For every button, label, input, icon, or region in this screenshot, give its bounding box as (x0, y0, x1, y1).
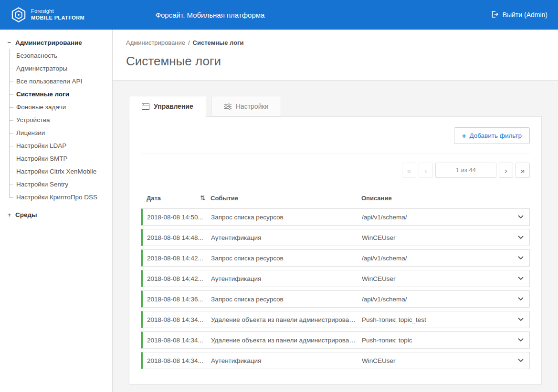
column-header-event: Событие (211, 195, 361, 202)
chevron-down-icon[interactable] (513, 359, 529, 362)
sort-icon[interactable]: ⇅ (200, 194, 206, 202)
chevron-down-icon[interactable] (513, 297, 529, 301)
table-row[interactable]: 2018-08-08 14:42... Аутентификация WinCE… (141, 270, 530, 287)
logo-product: MOBILE PLATFORM (31, 15, 84, 21)
topbar: Foresight MOBILE PLATFORM Форсайт. Мобил… (0, 0, 558, 30)
plus-icon: + (462, 132, 466, 140)
log-rows: 2018-08-08 14:50... Запрос списка ресурс… (141, 208, 530, 369)
log-description: WinCEUser (362, 234, 513, 241)
foresight-logo-icon (11, 6, 27, 23)
log-description: /api/v1/schema/ (362, 296, 513, 303)
sidebar-section-label: Среды (15, 211, 37, 218)
tab-management-label: Управление (154, 103, 193, 110)
expand-icon[interactable]: + (7, 211, 12, 218)
chevron-down-icon[interactable] (513, 277, 529, 280)
sidebar-section-environments[interactable]: + Среды (7, 209, 107, 220)
sidebar-section-administration[interactable]: − Администрирование (7, 37, 107, 48)
tabs: Управление (129, 96, 542, 117)
sidebar-item-sentry-settings[interactable]: Настройки Sentry (9, 178, 107, 191)
logs-card: + Добавить фильтр « ‹ 1 из 44 › » (129, 116, 542, 384)
logout-icon (491, 10, 499, 20)
pagination-first-button[interactable]: « (402, 163, 416, 178)
table-row[interactable]: 2018-08-08 14:42... Запрос списка ресурс… (141, 249, 530, 267)
sidebar-item-background-tasks[interactable]: Фоновые задачи (9, 101, 107, 113)
tab-management[interactable]: Управление (129, 96, 206, 117)
sidebar-tree: Безопасность Администраторы Все пользова… (9, 49, 107, 204)
log-description: WinCEUser (362, 357, 513, 364)
log-event: Запрос списка ресурсов (211, 214, 362, 221)
log-event: Аутентификация (211, 357, 362, 364)
log-event: Запрос списка ресурсов (211, 255, 362, 262)
chevron-down-icon[interactable] (513, 338, 529, 342)
log-date: 2018-08-08 14:36... (147, 296, 211, 303)
sidebar-section-label: Администрирование (15, 39, 82, 46)
log-description: Push-топик: topic (362, 337, 513, 344)
table-row[interactable]: 2018-08-08 14:34... Аутентификация WinCE… (141, 352, 530, 369)
app-window: Foresight MOBILE PLATFORM Форсайт. Мобил… (0, 0, 558, 392)
table-row[interactable]: 2018-08-08 14:34... Удаление объекта из … (141, 311, 530, 328)
content-area: Управление (113, 81, 558, 392)
sidebar-item-security[interactable]: Безопасность (9, 49, 107, 62)
breadcrumb-parent[interactable]: Администрирование (126, 39, 185, 46)
log-description: WinCEUser (362, 275, 513, 282)
log-description: /api/v1/schema/ (362, 255, 513, 262)
pagination: « ‹ 1 из 44 › » (141, 163, 530, 178)
log-date: 2018-08-08 14:34... (147, 357, 211, 364)
table-row[interactable]: 2018-08-08 14:34... Удаление объекта из … (141, 331, 530, 349)
logout-button[interactable]: Выйти (Admin) (491, 10, 547, 20)
chevron-down-icon[interactable] (513, 236, 529, 239)
sidebar-item-licenses[interactable]: Лицензии (9, 126, 107, 139)
pagination-last-button[interactable]: » (516, 163, 530, 178)
add-filter-button[interactable]: + Добавить фильтр (454, 127, 530, 144)
logo-text: Foresight MOBILE PLATFORM (31, 8, 84, 21)
settings-sliders-icon (224, 103, 232, 110)
chevron-down-icon[interactable] (513, 256, 529, 260)
column-header-description: Описание (361, 195, 508, 202)
log-date: 2018-08-08 14:48... (147, 234, 211, 241)
tab-settings-label: Настройки (236, 103, 269, 110)
sidebar-item-system-logs[interactable]: Системные логи (9, 88, 107, 101)
column-header-date[interactable]: Дата (147, 195, 161, 202)
sidebar-item-api-users[interactable]: Все пользователи API (9, 75, 107, 88)
divider (141, 154, 530, 154)
breadcrumb: Администрирование/Системные логи (126, 39, 545, 46)
breadcrumb-separator: / (188, 39, 190, 46)
logo[interactable]: Foresight MOBILE PLATFORM (11, 6, 84, 23)
log-event: Запрос списка ресурсов (211, 296, 362, 303)
table-row[interactable]: 2018-08-08 14:50... Запрос списка ресурс… (141, 208, 530, 226)
sidebar-item-citrix-xenmobile-settings[interactable]: Настройки Citrix XenMobile (9, 165, 107, 178)
sidebar: − Администрирование Безопасность Админис… (0, 30, 113, 392)
chevron-down-icon[interactable] (513, 318, 529, 321)
management-panel-icon (142, 103, 149, 110)
collapse-icon[interactable]: − (7, 39, 12, 46)
pagination-prev-button[interactable]: ‹ (419, 163, 433, 178)
app-title: Форсайт. Мобильная платформа (156, 11, 265, 19)
log-event: Аутентификация (211, 234, 362, 241)
breadcrumb-current: Системные логи (193, 39, 244, 46)
sidebar-item-ldap-settings[interactable]: Настройки LDAP (9, 139, 107, 152)
log-event: Удаление объекта из панели администриров… (211, 337, 362, 344)
table-row[interactable]: 2018-08-08 14:36... Запрос списка ресурс… (141, 290, 530, 308)
log-event: Удаление объекта из панели администриров… (211, 316, 362, 323)
pagination-next-button[interactable]: › (499, 163, 513, 178)
log-date: 2018-08-08 14:34... (147, 316, 211, 323)
table-header: Дата ⇅ Событие Описание (141, 189, 530, 208)
card-toolbar: + Добавить фильтр (141, 127, 530, 144)
logout-label: Выйти (Admin) (503, 11, 547, 19)
log-date: 2018-08-08 14:50... (147, 214, 211, 221)
add-filter-label: Добавить фильтр (469, 132, 522, 139)
page-header: Администрирование/Системные логи Системн… (113, 30, 558, 81)
log-date: 2018-08-08 14:34... (147, 337, 211, 344)
sidebar-item-devices[interactable]: Устройства (9, 113, 107, 126)
tab-settings[interactable]: Настройки (211, 96, 282, 117)
table-row[interactable]: 2018-08-08 14:48... Аутентификация WinCE… (141, 229, 530, 246)
chevron-down-icon[interactable] (513, 215, 529, 219)
sidebar-item-smtp-settings[interactable]: Настройки SMTP (9, 152, 107, 165)
main-area: Администрирование/Системные логи Системн… (113, 30, 558, 392)
log-date: 2018-08-08 14:42... (147, 255, 211, 262)
sidebar-item-cryptopro-dss-settings[interactable]: Настройки КриптоПро DSS (9, 191, 107, 204)
log-date: 2018-08-08 14:42... (147, 275, 211, 282)
log-description: Push-топик: topic_test (362, 316, 513, 323)
log-event: Аутентификация (211, 275, 362, 282)
sidebar-item-administrators[interactable]: Администраторы (9, 62, 107, 75)
